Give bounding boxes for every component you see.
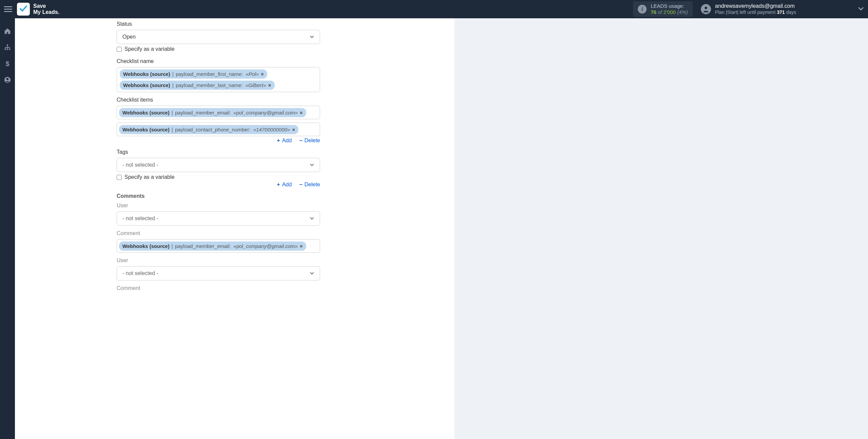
brand-text: Save My Leads. xyxy=(33,3,59,15)
chip-first-name[interactable]: Webhooks (source) | payload_member_first… xyxy=(120,69,267,79)
checklist-name-label: Checklist name xyxy=(117,58,435,64)
remove-chip-icon[interactable]: × xyxy=(300,243,303,250)
chip-last-name[interactable]: Webhooks (source) | payload_member_last_… xyxy=(120,81,275,90)
chevron-down-icon xyxy=(310,162,314,168)
remove-chip-icon[interactable]: × xyxy=(300,109,303,116)
checklist-item-input-2[interactable]: Webhooks (source) | payload_contact_phon… xyxy=(117,123,320,136)
svg-text:$: $ xyxy=(6,60,9,67)
info-icon: i xyxy=(638,5,647,14)
leads-usage-widget[interactable]: i LEADS usage: 76 of 2'000 (4%) xyxy=(633,1,693,17)
delete-tag-button[interactable]: −Delete xyxy=(299,182,320,188)
sidebar-home-icon[interactable] xyxy=(3,27,12,35)
comment-user-select-1[interactable]: - not selected - xyxy=(117,211,320,226)
chevron-down-icon xyxy=(310,215,314,222)
tags-label: Tags xyxy=(117,149,435,155)
comment-label-1: Comment xyxy=(117,230,435,236)
account-menu[interactable]: andrewsavemyleads@gmail.com Plan |Start|… xyxy=(701,3,864,16)
tags-value: - not selected - xyxy=(122,162,158,168)
remove-chip-icon[interactable]: × xyxy=(268,82,271,89)
svg-rect-2 xyxy=(5,49,6,50)
avatar-icon xyxy=(701,4,711,14)
remove-chip-icon[interactable]: × xyxy=(261,70,264,78)
comment-label-2: Comment xyxy=(117,285,435,291)
chevron-down-icon xyxy=(858,6,864,12)
svg-rect-3 xyxy=(7,49,8,50)
chevron-down-icon xyxy=(310,270,314,276)
comment-user-label-1: User xyxy=(117,203,435,209)
chevron-down-icon xyxy=(310,34,314,40)
status-value: Open xyxy=(122,34,136,40)
add-checklist-item-button[interactable]: +Add xyxy=(277,138,292,144)
leads-usage-label: LEADS usage: xyxy=(651,3,688,9)
sidebar-billing-icon[interactable]: $ xyxy=(3,60,12,68)
comment-user-select-2[interactable]: - not selected - xyxy=(117,266,320,280)
sidebar-nav: $ xyxy=(0,18,15,439)
leads-usage-value: 76 of 2'000 (4%) xyxy=(651,9,688,15)
comment-user-label-2: User xyxy=(117,257,435,264)
status-variable-label: Specify as a variable xyxy=(124,46,175,52)
comment-user-value-1: - not selected - xyxy=(122,215,158,222)
tags-variable-checkbox[interactable] xyxy=(117,175,122,180)
svg-point-7 xyxy=(6,78,8,80)
plus-icon: + xyxy=(277,138,280,144)
status-select[interactable]: Open xyxy=(117,30,320,44)
status-variable-checkbox[interactable] xyxy=(117,47,122,52)
svg-rect-1 xyxy=(7,44,8,46)
plus-icon: + xyxy=(277,182,280,188)
form-panel: Status Open Specify as a variable Checkl… xyxy=(15,18,454,439)
add-tag-button[interactable]: +Add xyxy=(277,182,292,188)
status-label: Status xyxy=(117,21,435,27)
account-plan: Plan |Start| left until payment 371 days xyxy=(715,9,796,16)
chip-email[interactable]: Webhooks (source) | payload_member_email… xyxy=(119,108,306,117)
sidebar-account-icon[interactable] xyxy=(3,76,12,84)
tags-variable-label: Specify as a variable xyxy=(124,174,175,180)
chip-comment-email[interactable]: Webhooks (source) | payload_member_email… xyxy=(119,242,306,251)
chip-phone[interactable]: Webhooks (source) | payload_contact_phon… xyxy=(119,125,298,134)
delete-checklist-item-button[interactable]: −Delete xyxy=(299,138,320,144)
tags-select[interactable]: - not selected - xyxy=(117,158,320,172)
checklist-item-input-1[interactable]: Webhooks (source) | payload_member_email… xyxy=(117,106,320,119)
logo-icon xyxy=(17,3,30,16)
minus-icon: − xyxy=(299,138,302,144)
svg-point-0 xyxy=(705,7,707,9)
remove-chip-icon[interactable]: × xyxy=(292,126,295,133)
svg-rect-4 xyxy=(9,49,11,50)
comment-user-value-2: - not selected - xyxy=(122,270,158,276)
account-email: andrewsavemyleads@gmail.com xyxy=(715,3,796,9)
comment-input-1[interactable]: Webhooks (source) | payload_member_email… xyxy=(117,239,320,253)
checklist-items-label: Checklist items xyxy=(117,97,435,103)
comments-section-label: Comments xyxy=(117,193,435,199)
menu-toggle-button[interactable] xyxy=(4,5,12,13)
brand-logo[interactable]: Save My Leads. xyxy=(17,3,59,16)
minus-icon: − xyxy=(299,182,302,188)
sidebar-connections-icon[interactable] xyxy=(3,43,12,51)
checklist-name-input[interactable]: Webhooks (source) | payload_member_first… xyxy=(117,67,320,92)
